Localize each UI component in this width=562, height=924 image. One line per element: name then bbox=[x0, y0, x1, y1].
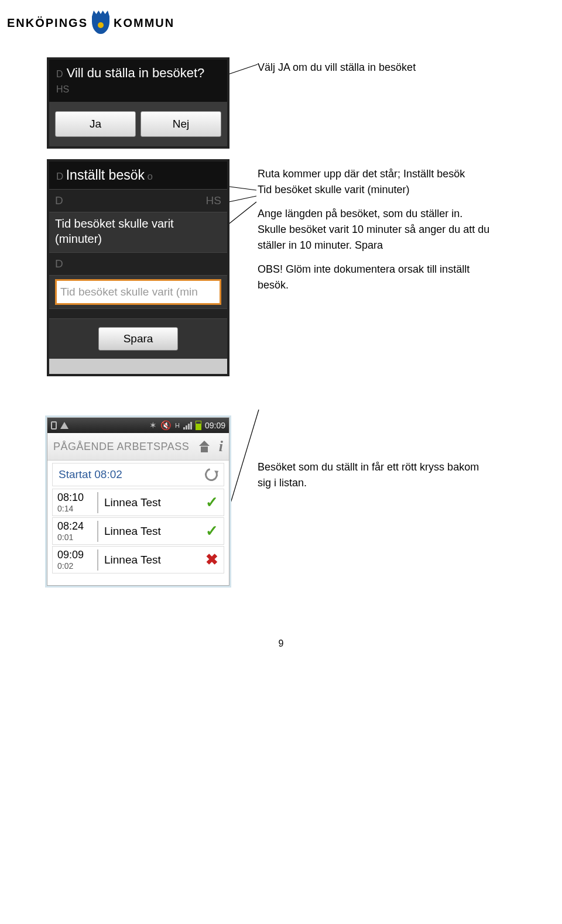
screenshot-confirm-dialog: D Vill du ställa in besöket? HS Ja Nej bbox=[47, 57, 229, 149]
visit-time: 08:240:01 bbox=[57, 520, 91, 542]
caption-list: Besöket som du ställt in får ett rött kr… bbox=[258, 459, 492, 491]
visit-name: Linnea Test bbox=[104, 525, 199, 538]
logo: ENKÖPINGS KOMMUN bbox=[0, 0, 562, 40]
crest-icon bbox=[90, 11, 111, 35]
caption-form-l2: Tid besöket skulle varit (minuter) bbox=[258, 182, 492, 198]
cross-icon: ✖ bbox=[205, 551, 219, 569]
startat-row: Startat 08:02 bbox=[52, 463, 224, 486]
caption-form-p2: Ange längden på besöket, som du ställer … bbox=[258, 206, 492, 253]
check-icon: ✓ bbox=[205, 522, 219, 540]
share-icon bbox=[60, 422, 68, 429]
clock: 09:09 bbox=[205, 421, 225, 430]
logo-text-left: ENKÖPINGS bbox=[7, 16, 88, 30]
startat-label: Startat 08:02 bbox=[59, 468, 122, 481]
page-number: 9 bbox=[0, 638, 562, 649]
logo-text-right: KOMMUN bbox=[114, 16, 174, 30]
save-button[interactable]: Spara bbox=[98, 327, 179, 351]
visit-time: 09:090:02 bbox=[57, 549, 91, 571]
caption-form-p3: OBS! Glöm inte dokumentera orsak till in… bbox=[258, 262, 492, 293]
screenshot-visit-list: ✶ 🔇 H 09:09 PÅGÅENDE ARBETSPASS i bbox=[47, 417, 229, 586]
dialog-title: Vill du ställa in besöket? bbox=[67, 66, 205, 80]
visit-row[interactable]: 08:100:14Linnea Test✓ bbox=[52, 489, 224, 516]
visit-name: Linnea Test bbox=[104, 496, 199, 509]
visit-time: 08:100:14 bbox=[57, 492, 91, 513]
usb-icon bbox=[51, 421, 57, 430]
no-button[interactable]: Nej bbox=[140, 111, 221, 137]
check-icon: ✓ bbox=[205, 493, 219, 511]
form-title: Inställt besök bbox=[66, 167, 145, 183]
info-icon[interactable]: i bbox=[219, 438, 223, 455]
battery-icon bbox=[196, 421, 201, 430]
appbar-title: PÅGÅENDE ARBETSPASS bbox=[53, 441, 189, 453]
bluetooth-icon: ✶ bbox=[149, 420, 157, 431]
dialog-title-bar: D Vill du ställa in besöket? HS bbox=[49, 60, 227, 102]
home-icon[interactable] bbox=[198, 441, 211, 452]
mute-icon: 🔇 bbox=[160, 420, 172, 431]
visit-name: Linnea Test bbox=[104, 554, 199, 566]
signal-icon bbox=[183, 422, 192, 430]
refresh-icon[interactable] bbox=[203, 466, 220, 483]
visit-row[interactable]: 08:240:01Linnea Test✓ bbox=[52, 517, 224, 545]
status-bar: ✶ 🔇 H 09:09 bbox=[47, 418, 229, 433]
screenshot-cancel-form: D Inställt besök o D HS Tid besöket skul… bbox=[47, 159, 229, 376]
duration-input[interactable] bbox=[55, 279, 221, 305]
caption-dialog: Välj JA om du vill ställa in besöket bbox=[258, 60, 492, 75]
form-info: Tid besöket skulle varit (minuter) bbox=[49, 212, 227, 252]
visit-row[interactable]: 09:090:02Linnea Test✖ bbox=[52, 546, 224, 573]
yes-button[interactable]: Ja bbox=[55, 111, 136, 137]
caption-form-l1: Ruta kommer upp där det står; Inställt b… bbox=[258, 166, 492, 182]
network-label: H bbox=[175, 422, 180, 429]
